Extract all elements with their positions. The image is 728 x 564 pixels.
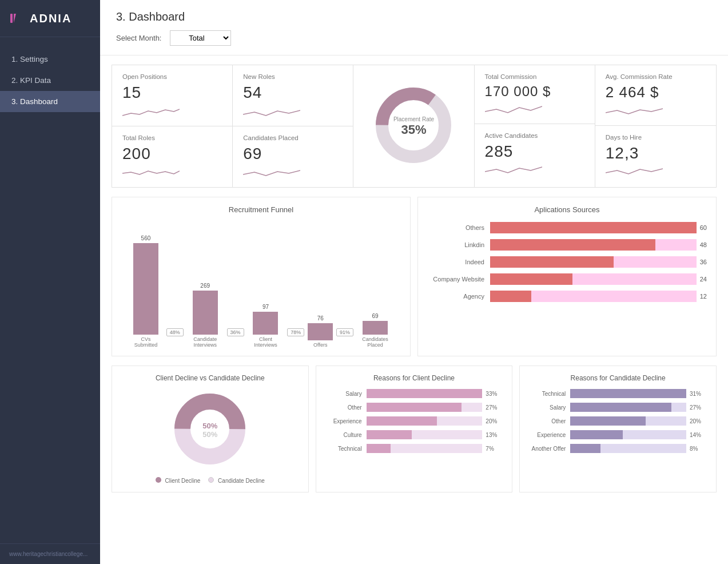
funnel-bar-client-int: 97 Client Interviews	[247, 304, 284, 348]
candidate-decline-card: Reasons for Candidate Decline Technical …	[519, 366, 717, 492]
kpi-total-commission-value: 170 000 $	[485, 84, 584, 100]
sources-title: Aplications Sources	[427, 205, 707, 214]
placement-rate-value: 35%	[393, 122, 434, 137]
placement-rate-donut: Placement Rate 35%	[371, 82, 456, 170]
funnel-val-cvs: 560	[141, 235, 151, 241]
kpi-candidates-placed-label: Candidates Placed	[243, 134, 343, 141]
source-val-others: 60	[700, 224, 707, 231]
source-val-agency: 12	[700, 293, 707, 300]
source-bar-wrap-linkdin	[490, 239, 697, 251]
source-row-linkdin: Linkdin 48	[427, 239, 707, 251]
total-roles-sparkline	[122, 166, 180, 180]
reason-cand-salary: Salary 27%	[529, 403, 707, 412]
source-label-linkdin: Linkdin	[427, 241, 490, 248]
sidebar-item-dashboard[interactable]: 3. Dashboard	[0, 91, 100, 112]
funnel-bar-placed-rect	[363, 321, 388, 335]
adnia-logo-icon	[9, 10, 25, 26]
donut-label: Placement Rate 35%	[393, 116, 434, 137]
reason-client-technical: Technical 7%	[325, 444, 503, 453]
funnel-bar-cvs: 560 CVs Submitted	[129, 235, 163, 348]
funnel-arrow-3: 78%	[287, 328, 304, 336]
sources-chart: Others 60 Linkdin 48	[427, 222, 707, 302]
source-bar-others	[490, 222, 697, 233]
sidebar-item-settings[interactable]: 1. Settings	[0, 49, 100, 70]
client-decline-bars: Salary 33% Other 27% Experience 20%	[325, 389, 503, 453]
funnel-arrow-1: 48%	[166, 328, 184, 336]
main-header: 3. Dashboard Select Month: Total January…	[100, 0, 728, 55]
reason-client-experience: Experience 20%	[325, 416, 503, 426]
source-row-agency: Agency 12	[427, 291, 707, 302]
funnel-chart: 560 CVs Submitted 48% 269 Candidate Inte…	[121, 222, 401, 348]
source-bar-wrap-website	[490, 273, 697, 285]
source-row-indeed: Indeed 36	[427, 256, 707, 268]
kpi-open-positions: Open Positions 15	[112, 65, 232, 126]
candidate-decline-title: Reasons for Candidate Decline	[529, 374, 707, 382]
kpi-open-positions-label: Open Positions	[122, 73, 222, 80]
kpi-days-to-hire: Days to Hire 12,3	[595, 126, 716, 186]
legend-client: Client Decline	[156, 477, 200, 484]
charts-row: Recruitment Funnel 560 CVs Submitted 48%…	[112, 197, 717, 356]
kpi-total-commission: Total Commission 170 000 $	[475, 65, 595, 124]
logo-area: ADNIA	[0, 0, 100, 37]
kpi-active-candidates: Active Candidates 285	[475, 124, 595, 185]
kpi-col-4: Total Commission 170 000 $ Active Candid…	[475, 65, 595, 187]
kpi-days-to-hire-label: Days to Hire	[606, 134, 706, 141]
client-decline-card: Reasons for Client Decline Salary 33% Ot…	[316, 366, 513, 492]
avg-commission-sparkline	[606, 105, 663, 118]
source-val-website: 24	[700, 276, 707, 283]
decline-donut-wrap: 50% 50% Client Decline Candidate Decline	[121, 389, 299, 484]
funnel-bar-offers: 76 Offers	[308, 315, 333, 348]
source-bar-linkdin	[490, 239, 655, 251]
reason-client-culture: Culture 13%	[325, 430, 503, 439]
month-select[interactable]: Total January February	[170, 30, 231, 46]
funnel-bar-placed: 69 Candidates Placed	[357, 313, 393, 348]
funnel-bar-cand-int: 269 Candidate Interviews	[187, 283, 224, 348]
source-bar-agency	[490, 291, 531, 302]
recruitment-funnel-card: Recruitment Funnel 560 CVs Submitted 48%…	[112, 197, 411, 356]
funnel-arrow-4: 91%	[336, 328, 353, 336]
source-val-linkdin: 48	[700, 241, 707, 248]
source-bar-website	[490, 273, 572, 285]
kpi-active-candidates-label: Active Candidates	[485, 132, 584, 139]
source-bar-wrap-others	[490, 222, 697, 233]
funnel-arrow-2: 36%	[227, 328, 244, 336]
decline-donut-container: 50% 50%	[170, 389, 250, 471]
funnel-bar-cvs-rect	[133, 243, 158, 335]
reason-client-salary: Salary 33%	[325, 389, 503, 398]
kpi-candidates-placed: Candidates Placed 69	[233, 126, 353, 187]
source-label-others: Others	[427, 224, 490, 231]
kpi-col-1: Open Positions 15 Total Roles 200	[112, 65, 233, 187]
kpi-donut-cell: Placement Rate 35%	[353, 65, 474, 187]
reason-cand-experience: Experience 14%	[529, 430, 707, 439]
reason-client-other: Other 27%	[325, 403, 503, 412]
source-bar-wrap-agency	[490, 291, 697, 302]
source-val-indeed: 36	[700, 259, 707, 265]
decline-donut-card: Client Decline vs Candidate Decline 50% …	[112, 366, 309, 492]
kpi-new-roles: New Roles 54	[233, 65, 353, 126]
sidebar-item-kpi[interactable]: 2. KPI Data	[0, 70, 100, 91]
kpi-total-roles: Total Roles 200	[112, 126, 232, 187]
kpi-days-to-hire-value: 12,3	[606, 144, 706, 162]
kpi-col-5: Avg. Commission Rate 2 464 $ Days to Hir…	[595, 65, 716, 187]
reason-cand-technical: Technical 31%	[529, 389, 707, 398]
placement-rate-label: Placement Rate	[393, 116, 434, 122]
kpi-open-positions-value: 15	[122, 84, 222, 102]
source-row-website: Company Website 24	[427, 273, 707, 285]
decline-candidate-pct: 50%	[202, 430, 217, 439]
source-label-agency: Agency	[427, 293, 490, 300]
legend-dot-candidate	[208, 477, 214, 483]
kpi-avg-commission: Avg. Commission Rate 2 464 $	[595, 65, 716, 126]
kpi-active-candidates-value: 285	[485, 142, 584, 161]
sources-card: Aplications Sources Others 60 Linkdin	[417, 197, 717, 356]
kpi-new-roles-label: New Roles	[243, 73, 343, 80]
kpi-total-commission-label: Total Commission	[485, 73, 584, 80]
active-candidates-sparkline	[485, 164, 542, 178]
filter-row: Select Month: Total January February	[116, 30, 712, 49]
funnel-bar-cand-int-rect	[193, 291, 218, 335]
kpi-total-roles-value: 200	[122, 145, 222, 163]
decline-legend: Client Decline Candidate Decline	[156, 477, 265, 484]
legend-dot-client	[156, 477, 161, 483]
decline-donut-title: Client Decline vs Candidate Decline	[121, 374, 299, 382]
kpi-new-roles-value: 54	[243, 84, 343, 102]
sidebar-footer: www.heritagechristiancollege...	[0, 543, 100, 564]
